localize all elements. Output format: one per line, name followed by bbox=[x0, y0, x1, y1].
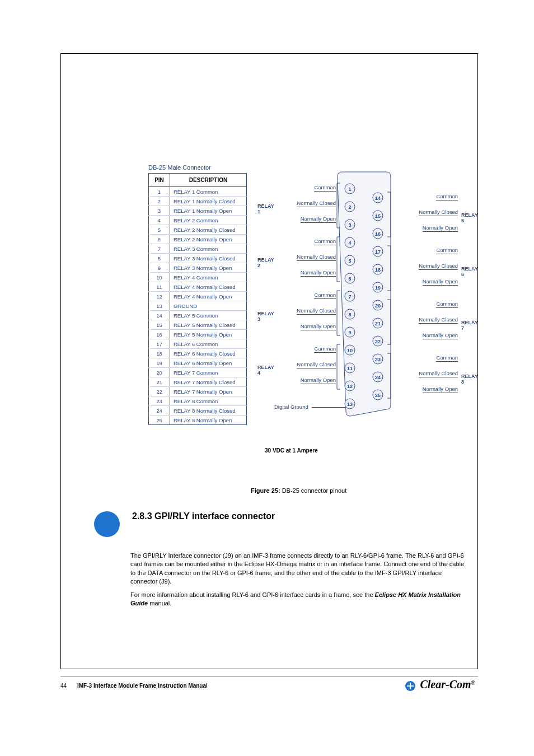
table-row: 19RELAY 6 Normally Open bbox=[149, 358, 247, 368]
pin-desc-cell: RELAY 2 Common bbox=[170, 216, 247, 225]
svg-text:24: 24 bbox=[375, 375, 381, 380]
relay-label: RELAY 2 bbox=[257, 257, 274, 268]
svg-text:1: 1 bbox=[348, 186, 351, 192]
pin-desc-cell: RELAY 1 Normally Open bbox=[170, 206, 247, 216]
contact-label: Normally Closed bbox=[280, 307, 336, 314]
svg-text:17: 17 bbox=[375, 249, 381, 255]
pin-desc-cell: RELAY 8 Common bbox=[170, 396, 247, 406]
pin-desc-cell: RELAY 7 Normally Closed bbox=[170, 377, 247, 387]
table-row: 20RELAY 7 Common bbox=[149, 368, 247, 377]
contact-label: Common bbox=[280, 346, 336, 352]
contact-label: Normally Open bbox=[280, 323, 336, 329]
svg-text:15: 15 bbox=[375, 213, 381, 219]
brand-logo-icon bbox=[405, 681, 415, 691]
pin-desc-cell: RELAY 4 Normally Closed bbox=[170, 282, 247, 292]
footer-doc-title: IMF-3 Interface Module Frame Instruction… bbox=[77, 683, 208, 689]
pin-desc-cell: RELAY 2 Normally Closed bbox=[170, 225, 247, 235]
pin-number-cell: 12 bbox=[149, 292, 170, 301]
pin-number-cell: 22 bbox=[149, 387, 170, 396]
body-paragraph-2: For more information about installing RL… bbox=[130, 591, 470, 608]
table-row: 3RELAY 1 Normally Open bbox=[149, 206, 247, 216]
contact-label: Normally Closed bbox=[280, 254, 336, 260]
pin-desc-cell: RELAY 3 Common bbox=[170, 244, 247, 254]
pin-number-cell: 9 bbox=[149, 263, 170, 273]
contact-label: Normally Open bbox=[280, 377, 336, 383]
pin-number-cell: 16 bbox=[149, 330, 170, 339]
svg-text:2: 2 bbox=[348, 204, 351, 210]
pin-number-cell: 23 bbox=[149, 396, 170, 406]
relay-label: RELAY 8 bbox=[461, 374, 478, 385]
pin-desc-cell: RELAY 8 Normally Open bbox=[170, 416, 247, 425]
pin-desc-cell: RELAY 5 Normally Open bbox=[170, 330, 247, 339]
contact-label: Normally Closed bbox=[280, 361, 336, 367]
pin-number-cell: 2 bbox=[149, 197, 170, 206]
pinout-table: PIN DESCRIPTION 1RELAY 1 Common2RELAY 1 … bbox=[148, 173, 247, 425]
relay-label: RELAY 3 bbox=[257, 311, 274, 322]
table-row: 11RELAY 4 Normally Closed bbox=[149, 282, 247, 292]
pin-desc-cell: RELAY 4 Normally Open bbox=[170, 292, 247, 301]
svg-text:8: 8 bbox=[348, 312, 351, 318]
contact-label: Normally Open bbox=[423, 278, 458, 284]
pin-number-cell: 25 bbox=[149, 416, 170, 425]
pin-number-cell: 5 bbox=[149, 225, 170, 235]
table-row: 14RELAY 5 Common bbox=[149, 311, 247, 320]
svg-text:21: 21 bbox=[375, 321, 381, 326]
trademark-symbol: ® bbox=[471, 680, 475, 686]
svg-text:20: 20 bbox=[375, 303, 381, 309]
connector-diagram: 12345678910111213 1415161718192021222324… bbox=[257, 170, 477, 424]
svg-text:9: 9 bbox=[348, 330, 351, 335]
svg-text:6: 6 bbox=[348, 276, 351, 282]
table-row: 15RELAY 5 Normally Closed bbox=[149, 320, 247, 330]
pin-desc-cell: RELAY 1 Normally Closed bbox=[170, 197, 247, 206]
pin-desc-cell: RELAY 3 Normally Closed bbox=[170, 254, 247, 263]
contact-label: Common bbox=[280, 238, 336, 244]
svg-text:19: 19 bbox=[375, 285, 381, 291]
contact-label: Normally Closed bbox=[419, 316, 458, 323]
pin-number-cell: 19 bbox=[149, 358, 170, 368]
svg-text:7: 7 bbox=[348, 294, 351, 300]
pin-number-cell: 24 bbox=[149, 406, 170, 416]
connector-title: DB-25 Male Connector bbox=[148, 164, 211, 171]
relay-label: RELAY 1 bbox=[257, 203, 274, 214]
pin-number-cell: 18 bbox=[149, 349, 170, 358]
body-paragraph-1: The GPI/RLY Interface connector (J9) on … bbox=[130, 552, 470, 586]
contact-label: Common bbox=[436, 301, 458, 307]
pin-desc-cell: RELAY 8 Normally Closed bbox=[170, 406, 247, 416]
contact-label: Common bbox=[280, 292, 336, 298]
relay-label: RELAY 5 bbox=[461, 212, 478, 223]
table-row: 17RELAY 6 Common bbox=[149, 339, 247, 349]
table-row: 23RELAY 8 Common bbox=[149, 396, 247, 406]
digital-ground-label: Digital Ground bbox=[274, 404, 345, 410]
pin-desc-cell: RELAY 6 Common bbox=[170, 339, 247, 349]
table-row: 22RELAY 7 Normally Open bbox=[149, 387, 247, 396]
pin-number-cell: 20 bbox=[149, 368, 170, 377]
pin-number-cell: 6 bbox=[149, 235, 170, 244]
figure-footer-note: 30 VDC at 1 Ampere bbox=[265, 447, 318, 454]
pin-number-cell: 11 bbox=[149, 282, 170, 292]
contact-label: Normally Open bbox=[280, 269, 336, 276]
pin-desc-cell: GROUND bbox=[170, 301, 247, 311]
svg-text:22: 22 bbox=[375, 339, 381, 344]
relay-label: RELAY 4 bbox=[257, 365, 274, 376]
table-row: 5RELAY 2 Normally Closed bbox=[149, 225, 247, 235]
svg-text:11: 11 bbox=[347, 366, 353, 371]
contact-label: Normally Open bbox=[423, 386, 458, 392]
relay-label: RELAY 7 bbox=[461, 320, 478, 331]
contact-label: Normally Closed bbox=[419, 209, 458, 215]
table-row: 13GROUND bbox=[149, 301, 247, 311]
pin-number-cell: 1 bbox=[149, 187, 170, 197]
figure-container: DB-25 Male Connector PIN DESCRIPTION 1RE… bbox=[148, 164, 478, 458]
pin-desc-cell: RELAY 4 Common bbox=[170, 273, 247, 282]
contact-label: Common bbox=[436, 354, 458, 361]
svg-text:12: 12 bbox=[347, 384, 353, 389]
table-row: 6RELAY 2 Normally Open bbox=[149, 235, 247, 244]
pin-desc-cell: RELAY 7 Normally Open bbox=[170, 387, 247, 396]
pin-number-cell: 4 bbox=[149, 216, 170, 225]
pin-number-cell: 14 bbox=[149, 311, 170, 320]
contact-label: Common bbox=[436, 247, 458, 253]
table-row: 7RELAY 3 Common bbox=[149, 244, 247, 254]
svg-text:10: 10 bbox=[347, 348, 353, 353]
table-row: 10RELAY 4 Common bbox=[149, 273, 247, 282]
section-marker-dot-icon bbox=[94, 511, 120, 537]
contact-label: Normally Closed bbox=[419, 263, 458, 269]
